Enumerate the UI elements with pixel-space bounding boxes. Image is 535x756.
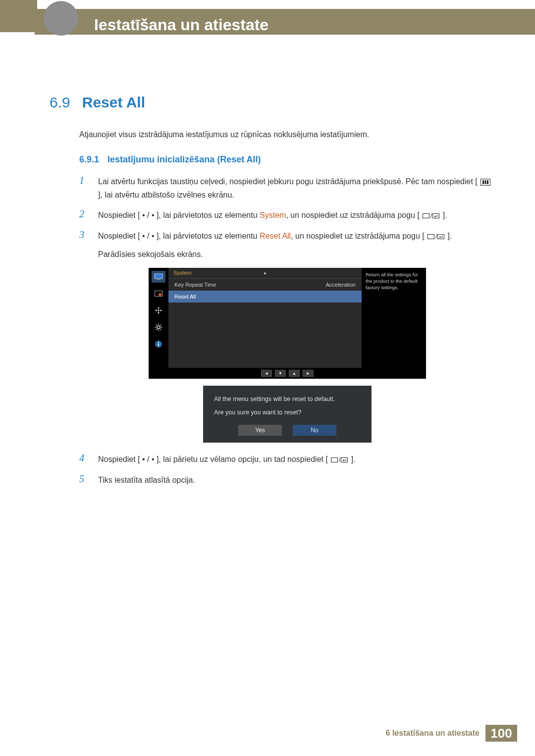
svg-rect-28 [331,458,338,462]
svg-line-24 [160,325,161,326]
text: , un nospiediet uz izstrādājuma pogu [ [286,211,420,219]
nav-down-icon: ▼ [275,370,286,377]
chapter-title: Iestatīšana un atiestate [94,16,268,34]
section-number: 6.9 [50,94,70,111]
osd-row-label: Reset All [174,294,196,300]
step-number: 2 [79,208,89,222]
svg-rect-27 [158,342,159,343]
svg-rect-30 [341,458,348,462]
nav-up-icon: ▲ [289,370,300,377]
text: Lai atvērtu funkcijas taustiņu ceļvedi, … [98,177,478,186]
osd-row-reset-all: Reset All [168,291,362,302]
osd-panel-header: System ▲ [168,268,362,279]
svg-line-23 [156,329,157,330]
corner-tab [0,0,37,32]
page-content: 6.9 Reset All Atjaunojiet visus izstrādā… [50,94,495,494]
step-2: 2 Nospiediet [ • / • ], lai pārvietotos … [79,208,495,222]
svg-rect-3 [487,180,488,184]
step-3: 3 Nospiediet [ • / • ], lai pārvietotos … [79,229,495,261]
screenshot-area: System ▲ Key Repeat Time Acceleration Re… [79,268,495,443]
footer-page-number: 100 [485,725,517,742]
step-body: Lai atvērtu funkcijas taustiņu ceļvedi, … [98,175,495,202]
highlight-reset-all: Reset All [260,232,291,240]
svg-text:/: / [430,212,432,219]
svg-rect-9 [438,234,444,239]
dialog-no-button: No [293,425,336,436]
osd-row-key-repeat: Key Repeat Time Acceleration [168,279,362,291]
section-title: Reset All [82,94,145,111]
osd-nav-bar: ◄ ▼ ▲ ► [149,368,426,379]
source-enter-icon: / [427,233,445,241]
source-enter-icon: / [330,456,349,464]
svg-rect-11 [157,279,160,280]
step-number: 3 [79,229,89,261]
osd-row-label: Key Repeat Time [174,282,216,288]
osd-sidebar-info-icon [152,338,165,350]
svg-point-16 [157,326,160,329]
step-body: Nospiediet [ • / • ], lai pārietu uz vēl… [98,453,495,466]
svg-rect-6 [433,214,439,218]
svg-text:/: / [435,233,437,240]
osd-sidebar [149,268,168,368]
svg-rect-10 [155,274,162,279]
chapter-number-circle [44,1,78,36]
osd-row-value: Acceleration [325,282,356,288]
section-heading: 6.9 Reset All [50,94,495,111]
highlight-system: System [260,211,286,219]
osd-sidebar-screen-icon [152,288,165,300]
source-enter-icon: / [422,212,440,220]
subsection-number: 6.9.1 [79,154,99,164]
osd-menu-screenshot: System ▲ Key Repeat Time Acceleration Re… [149,268,426,379]
intro-text: Atjaunojiet visus izstrādājuma iestatīju… [79,129,495,141]
dialog-text-1: All the menu settings will be reset to d… [214,395,361,404]
step-body: Tiks iestatīta atlasītā opcija. [98,473,495,487]
step-number: 1 [79,175,89,202]
step-4: 4 Nospiediet [ • / • ], lai pārietu uz v… [79,453,495,466]
step-5: 5 Tiks iestatīta atlasītā opcija. [79,473,495,487]
step-1: 1 Lai atvērtu funkcijas taustiņu ceļvedi… [79,175,495,202]
dialog-yes-button: Yes [238,425,282,436]
text: ], lai atvērtu atbilstošo izvēlnes ekrān… [98,191,234,199]
osd-panel: System ▲ Key Repeat Time Acceleration Re… [168,268,362,368]
reset-confirm-dialog: All the menu settings will be reset to d… [203,386,372,443]
menu-icon [480,178,491,186]
svg-rect-7 [428,234,434,239]
step-number: 4 [79,453,89,466]
step-number: 5 [79,473,89,487]
svg-rect-4 [423,214,429,218]
svg-rect-26 [158,344,159,346]
text: ]. [351,455,356,463]
osd-title: System [173,270,192,276]
caret-up-icon: ▲ [263,270,268,275]
text: Nospiediet [ • / • ], lai pārvietotos uz… [98,232,260,240]
svg-line-21 [156,325,157,326]
svg-text:/: / [339,456,341,463]
page-footer: 6 Iestatīšana un atiestate 100 [0,725,535,741]
text: Nospiediet [ • / • ], lai pārietu uz vēl… [98,455,328,463]
footer-chapter-label: 6 Iestatīšana un atiestate [386,729,480,738]
nav-right-icon: ► [303,370,314,377]
text: Parādīsies sekojošais ekrāns. [98,248,495,261]
osd-sidebar-move-icon [152,304,165,316]
step-body: Nospiediet [ • / • ], lai pārvietotos uz… [98,229,495,261]
text: Tiks iestatīta atlasītā opcija. [98,476,195,484]
nav-left-icon: ◄ [261,370,272,377]
svg-rect-2 [485,180,486,184]
svg-rect-1 [482,180,484,184]
text: ]. [448,232,452,240]
subsection-title: Iestatījumu inicializēšana (Reset All) [107,154,261,164]
step-body: Nospiediet [ • / • ], lai pārvietotos uz… [98,208,495,222]
text: ]. [443,211,447,219]
subsection-heading: 6.9.1 Iestatījumu inicializēšana (Reset … [79,154,495,165]
osd-sidebar-picture-icon [152,271,165,283]
osd-help-panel: Return all the settings for the product … [362,268,426,368]
dialog-text-2: Are you sure you want to reset? [214,408,361,417]
text: Nospiediet [ • / • ], lai pārvietotos uz… [98,211,260,219]
svg-line-22 [160,329,161,330]
osd-sidebar-settings-icon [152,321,165,333]
text: , un nospiediet uz izstrādājuma pogu [ [291,232,425,240]
svg-point-13 [159,293,161,296]
